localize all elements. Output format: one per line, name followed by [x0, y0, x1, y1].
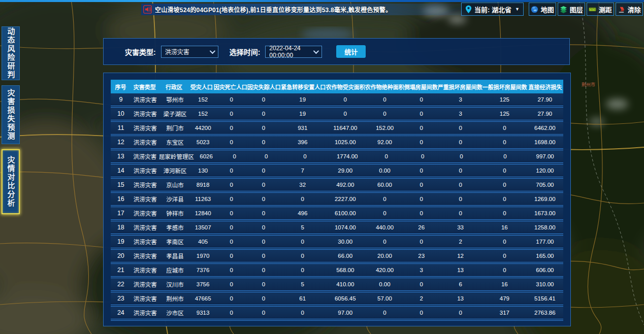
- region-selector[interactable]: 当前: 湖北省 ▼: [461, 3, 524, 16]
- statistics-button[interactable]: 统计: [336, 45, 366, 58]
- table-cell: 洪涝灾害: [131, 266, 159, 274]
- table-cell: 125: [482, 111, 527, 117]
- filter-panel: 灾害类型: 洪涝灾害 选择时间: 2022-04-24 00:00:00 统计: [103, 38, 570, 65]
- table-cell: 5023: [190, 139, 215, 145]
- table-row[interactable]: 15洪涝灾害京山市89180032492.0060.00000705.00: [111, 179, 563, 193]
- table-cell: 33: [438, 224, 482, 230]
- disaster-type-label: 灾害类型:: [125, 47, 156, 57]
- table-cell: 洪涝灾害: [131, 280, 159, 288]
- sidebar-item-灾害损失预测[interactable]: 灾害损失预测: [2, 85, 20, 144]
- table-row[interactable]: 20洪涝灾害孝昌县197000066.0020.0023120165.00: [111, 250, 563, 264]
- table-cell: 0: [247, 168, 279, 174]
- table-cell: 1025.00: [326, 139, 365, 145]
- table-cell: 12840: [190, 210, 215, 216]
- tool-button-测距[interactable]: 测距: [587, 3, 614, 16]
- table-cell: 0: [438, 168, 482, 174]
- table-row[interactable]: 10洪涝灾害梁子湖区1520019000312527.90: [111, 108, 563, 122]
- table-cell: 16: [482, 224, 527, 230]
- table-cell: 0: [482, 196, 527, 202]
- tool-button-清除[interactable]: 清除: [616, 3, 643, 16]
- table-cell: 0: [280, 239, 326, 245]
- tool-button-图层[interactable]: 图层: [558, 3, 585, 16]
- table-cell: 0: [482, 267, 527, 273]
- table-cell: 22: [111, 281, 131, 288]
- table-row[interactable]: 21洪涝灾害应城市7376000568.00420.003130606.00: [111, 264, 563, 278]
- table-cell: 92.00: [365, 139, 405, 145]
- table-cell: 0: [280, 253, 326, 259]
- table-cell: 931: [280, 125, 326, 131]
- table-cell: 0: [482, 253, 527, 259]
- table-cell: 1698.00: [527, 139, 563, 145]
- table-cell: 洪涝灾害: [131, 181, 159, 189]
- table-row[interactable]: 24洪涝灾害沙市区931300097.000003172763.86: [111, 307, 563, 321]
- table-row[interactable]: 12洪涝灾害东宝区5023003961025.0092.000001698.00: [111, 136, 563, 150]
- table-cell: 11263: [190, 196, 215, 202]
- time-select[interactable]: 2022-04-24 00:00:00: [265, 46, 322, 58]
- table-cell: 405: [190, 239, 215, 245]
- table-row[interactable]: 23洪涝灾害荆州市4766500616056.4557.002134795156…: [111, 292, 563, 307]
- table-cell: 洪涝灾害: [131, 152, 159, 160]
- table-cell: 19: [280, 111, 326, 117]
- table-cell: 汉川市: [159, 280, 190, 288]
- sidebar: 动态风险研判灾害损失预测灾情对比分析: [2, 26, 20, 219]
- sidebar-item-灾情对比分析[interactable]: 灾情对比分析: [2, 149, 20, 214]
- table-cell: 漳河新区: [159, 166, 190, 175]
- table-cell: 沙洋县: [159, 195, 190, 203]
- chevron-down-icon: [313, 48, 319, 53]
- table-cell: 16: [111, 195, 131, 203]
- table-cell: 0: [215, 182, 247, 188]
- table-cell: 479: [482, 295, 527, 302]
- table-cell: 6: [438, 281, 482, 287]
- table-row[interactable]: 18洪涝灾害孝感市135070051074.00440.002633161258…: [111, 221, 563, 236]
- table-cell: 洪涝灾害: [131, 166, 159, 175]
- table-cell: 0: [404, 96, 438, 103]
- table-cell: 洪涝灾害: [131, 223, 159, 231]
- table-cell: 0: [215, 239, 247, 245]
- table-cell: 18: [111, 224, 131, 231]
- table-cell: 7376: [190, 267, 215, 273]
- disaster-type-select[interactable]: 洪涝灾害: [161, 46, 218, 58]
- table-row[interactable]: 14洪涝灾害漳河新区13000729.000.00000120.00: [111, 164, 563, 179]
- table-cell: 17: [111, 210, 131, 217]
- table-cell: 420.00: [365, 267, 405, 273]
- table-cell: 26: [404, 224, 438, 230]
- table-cell: 0: [404, 196, 438, 202]
- table-cell: 0: [215, 139, 247, 145]
- table-cell: 0: [482, 239, 527, 245]
- table-cell: 5156.41: [527, 295, 563, 302]
- table-cell: 0: [404, 281, 438, 287]
- table-cell: 0: [482, 125, 527, 131]
- table-cell: 0: [438, 310, 482, 316]
- table-cell: 0: [215, 310, 247, 316]
- column-header: 行政区: [158, 83, 189, 91]
- table-cell: 0: [482, 168, 527, 174]
- table-cell: 2227.00: [326, 196, 365, 202]
- table-cell: 洪涝灾害: [131, 124, 159, 132]
- table-row[interactable]: 16洪涝灾害沙洋县112630002227.0000001269.00: [111, 193, 563, 207]
- table-row[interactable]: 9洪涝灾害鄂州市1520019000312527.90: [111, 93, 563, 108]
- table-cell: 2: [438, 239, 482, 245]
- table-cell: 0: [215, 267, 247, 273]
- table-cell: 2: [404, 295, 438, 302]
- table-cell: 130: [190, 168, 215, 174]
- table-cell: 0.00: [365, 168, 405, 174]
- table-cell: 1269.00: [527, 196, 563, 202]
- column-header: 序号: [111, 83, 131, 91]
- region-selector-label: 当前: 湖北省: [474, 5, 511, 14]
- table-row[interactable]: 19洪涝灾害孝南区40500030.000020177.00: [111, 236, 563, 250]
- tool-button-地图[interactable]: 地图: [529, 3, 556, 16]
- table-row[interactable]: 22洪涝灾害汉川市3756005410.000.000616310.00: [111, 278, 563, 292]
- table-cell: 20: [111, 252, 131, 259]
- table-cell: 0: [438, 196, 482, 202]
- table-cell: 496: [280, 210, 326, 216]
- table-row[interactable]: 17洪涝灾害钟祥市12840004966100.0000001673.00: [111, 207, 563, 221]
- sidebar-item-动态风险研判[interactable]: 动态风险研判: [2, 26, 20, 80]
- table-cell: 24: [111, 309, 131, 316]
- table-cell: 洪涝灾害: [131, 238, 159, 246]
- table-cell: 0: [404, 310, 438, 316]
- table-cell: 317: [482, 310, 527, 316]
- table-cell: 0: [404, 239, 438, 245]
- table-row[interactable]: 11洪涝灾害荆门市442000093111647.00152.000006462…: [111, 122, 563, 136]
- table-row[interactable]: 13洪涝灾害屈家岭管理区60260001774.000000997.00: [111, 150, 563, 164]
- table-cell: 0: [247, 196, 279, 202]
